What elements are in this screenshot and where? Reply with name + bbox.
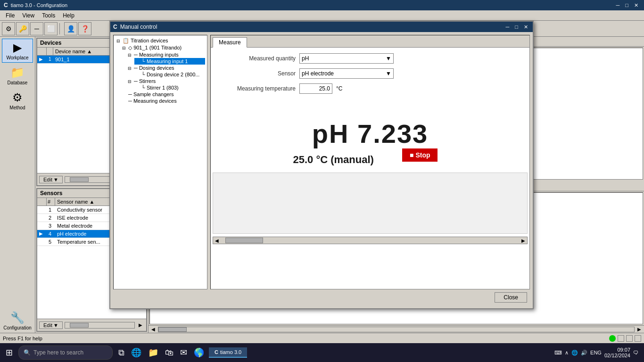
sidebar-item-database[interactable]: 📁 Database <box>2 64 33 88</box>
tree-children: ⊟ ◇ 901_1 (901 Titrando) ⊟ ─ Measuring i… <box>116 44 205 104</box>
tree-node-stirrer-1[interactable]: └ Stirrer 1 (803) <box>134 84 205 91</box>
toolbar-sep-1 <box>59 23 62 34</box>
taskview-icon[interactable]: ⧉ <box>116 346 126 360</box>
row-num: 5 <box>47 238 55 246</box>
sensors-hscroll[interactable] <box>65 322 135 329</box>
taskbar: ⊞ 🔍 Type here to search ⧉ 🌐 📁 🛍 ✉ 🌎 C ti… <box>0 343 644 362</box>
tree-node-root[interactable]: ⊟ 📋 Titration devices <box>116 37 205 44</box>
measure-panel: Measure Measured quantity pH ▼ Sensor <box>210 35 530 289</box>
search-bar[interactable]: 🔍 Type here to search <box>18 346 113 360</box>
app-icon: C <box>4 2 8 8</box>
scroll-thumb[interactable] <box>158 327 187 332</box>
maximize-button[interactable]: □ <box>623 2 630 8</box>
dialog-maximize[interactable]: □ <box>513 24 520 30</box>
menu-tools[interactable]: Tools <box>38 11 59 20</box>
right-panel-hscroll[interactable]: ◀ ▶ <box>149 325 644 333</box>
sidebar-item-configuration[interactable]: 🔧 Configuration <box>2 309 33 333</box>
dialog-title-left: C Manual control <box>113 24 157 30</box>
measuring-inputs-icon: ─ <box>134 52 138 58</box>
method-icon: ⚙ <box>12 91 23 104</box>
toolbar-btn-5[interactable]: 👤 <box>64 22 77 35</box>
tiamo-app-icon: C <box>215 349 218 355</box>
menu-file[interactable]: File <box>2 11 18 20</box>
scroll-track[interactable] <box>158 327 635 332</box>
title-bar-left: C tiamo 3.0 - Configuration <box>4 2 67 8</box>
explorer-icon[interactable]: 📁 <box>146 346 160 360</box>
sensors-scroll-thumb[interactable] <box>70 323 89 328</box>
toolbar-btn-1[interactable]: ⚙ <box>2 22 15 35</box>
sensors-edit-button[interactable]: Edit ▼ <box>39 321 63 329</box>
chevron-icon[interactable]: ∧ <box>565 350 569 356</box>
measuring-temperature-input[interactable]: 25.0 <box>299 83 332 94</box>
scroll-left-btn[interactable]: ◀ <box>149 327 158 332</box>
devices-edit-button[interactable]: Edit ▼ <box>39 176 63 183</box>
status-indicator-1 <box>618 335 624 342</box>
dialog-hscroll[interactable]: ◀ ▶ <box>213 237 528 244</box>
dialog-icon: C <box>113 24 117 30</box>
tree-measuring-inputs-children: └ Measuring input 1 <box>127 58 205 65</box>
tree-node-dosing-device-2[interactable]: └ Dosing device 2 (800... <box>134 71 205 78</box>
minimize-button[interactable]: ─ <box>614 2 622 8</box>
keyboard-icon: ⌨ <box>554 350 562 356</box>
tree-node-dosing-devices[interactable]: ⊟ ─ Dosing devices <box>127 65 205 71</box>
sidebar-item-method[interactable]: ⚙ Method <box>2 89 33 113</box>
sensor-row: Sensor pH electrode ▼ <box>220 68 520 79</box>
measured-quantity-select[interactable]: pH ▼ <box>299 53 394 64</box>
sensor-value: pH electrode <box>302 70 334 77</box>
dialog-content: ⊟ 📋 Titration devices ⊟ ◇ 901_1 (901 Tit… <box>110 32 533 308</box>
toolbar-btn-2[interactable]: 🔑 <box>16 22 29 35</box>
tree-node-stirrers[interactable]: ⊟ ─ Stirrers <box>127 78 205 84</box>
row-num: 1 <box>47 206 55 214</box>
title-bar-controls[interactable]: ─ □ ✕ <box>614 2 640 8</box>
tree-node-measuring-inputs[interactable]: ⊟ ─ Measuring inputs <box>127 51 205 58</box>
scroll-right-btn[interactable]: ▶ <box>635 327 644 332</box>
dialog-close[interactable]: ✕ <box>522 24 530 30</box>
tab-measure[interactable]: Measure <box>213 37 247 48</box>
menu-view[interactable]: View <box>18 11 38 20</box>
dialog-scroll-thumb[interactable] <box>225 238 263 243</box>
sidebar-item-workplace[interactable]: ▶ Workplace <box>2 39 33 63</box>
store-icon[interactable]: 🛍 <box>163 346 175 360</box>
language-label: ENG <box>590 350 602 355</box>
sensors-col-indicator <box>37 198 47 206</box>
edge-icon[interactable]: 🌐 <box>129 346 143 360</box>
tree-node-titrando[interactable]: ⊟ ◇ 901_1 (901 Titrando) <box>121 44 205 51</box>
time-display: 09:07 <box>604 347 630 353</box>
toolbar-btn-3[interactable]: ─ <box>30 22 43 35</box>
menu-help[interactable]: Help <box>59 11 78 20</box>
tree-node-measuring-input-1[interactable]: └ Measuring input 1 <box>134 58 205 65</box>
close-button[interactable]: ✕ <box>632 2 640 8</box>
mail-icon[interactable]: ✉ <box>178 346 189 360</box>
measuring-temperature-row: Measuring temperature 25.0 °C <box>220 83 520 94</box>
dialog-minimize[interactable]: ─ <box>504 24 512 30</box>
toolbar-btn-4[interactable]: ⬜ <box>44 22 58 35</box>
measured-quantity-row: Measured quantity pH ▼ <box>220 53 520 64</box>
sensors-scroll-right[interactable]: ▶ <box>137 322 144 328</box>
network-icon: 🌐 <box>571 350 578 356</box>
dosing-icon: ─ <box>134 65 138 71</box>
tree-node-measuring-devices[interactable]: ─ Measuring devices <box>121 98 205 104</box>
notification-icon[interactable]: 🗨 <box>633 350 638 355</box>
ph-temp-row: 25.0 °C (manual) ■ Stop <box>220 154 520 166</box>
database-icon: 📁 <box>10 66 25 79</box>
taskbar-app-tiamo[interactable]: C tiamo 3.0 <box>209 347 247 358</box>
devices-scroll-thumb[interactable] <box>70 177 89 182</box>
dialog-scroll-right[interactable]: ▶ <box>520 238 527 243</box>
sidebar-label-workplace: Workplace <box>6 55 28 60</box>
dialog-controls[interactable]: ─ □ ✕ <box>504 24 530 30</box>
status-indicators <box>609 335 641 342</box>
left-sidebar: ▶ Workplace 📁 Database ⚙ Method 🔧 Config… <box>0 37 35 333</box>
close-button[interactable]: Close <box>495 292 527 303</box>
row-num: 4 <box>47 230 55 238</box>
sensor-select[interactable]: pH electrode ▼ <box>299 68 394 79</box>
ph-temperature: 25.0 °C (manual) <box>293 154 374 166</box>
dialog-scroll-left[interactable]: ◀ <box>213 238 221 243</box>
tree-panel: ⊟ 📋 Titration devices ⊟ ◇ 901_1 (901 Tit… <box>113 35 207 289</box>
volume-icon: 🔊 <box>581 350 587 356</box>
stop-button[interactable]: ■ Stop <box>402 148 438 162</box>
start-button[interactable]: ⊞ <box>2 346 17 360</box>
browser-icon[interactable]: 🌎 <box>192 346 206 360</box>
toolbar-btn-6[interactable]: ❓ <box>78 22 91 35</box>
status-indicator-green <box>609 335 616 342</box>
tree-node-sample-changers[interactable]: ─ Sample changers <box>121 91 205 98</box>
